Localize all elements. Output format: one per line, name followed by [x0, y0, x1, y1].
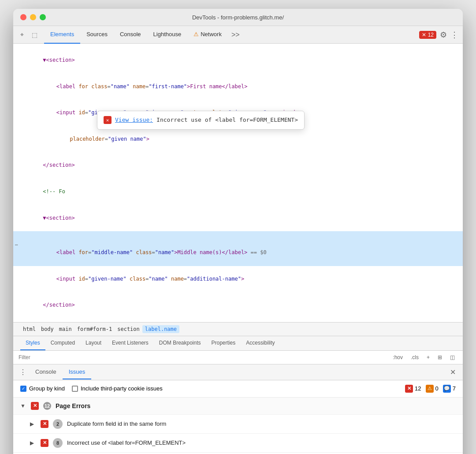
view-issue-link[interactable]: View issue:: [115, 116, 153, 125]
dom-attr-name: class: [130, 276, 145, 282]
issue-label-for[interactable]: ▶ ✕ 8 Incorrect use of <label for=FORM_E…: [13, 433, 463, 452]
tab-layout[interactable]: Layout: [80, 336, 107, 350]
third-party-label: Include third-party cookie issues: [81, 385, 163, 392]
info-count: 💬 7: [443, 385, 456, 393]
tab-event-listeners[interactable]: Event Listeners: [107, 336, 154, 350]
third-party-checkbox-label[interactable]: Include third-party cookie issues: [72, 385, 163, 392]
breadcrumb-form[interactable]: form#form-1: [74, 325, 115, 333]
error-count-badge: ✕ 12: [419, 31, 436, 39]
tab-properties[interactable]: Properties: [206, 336, 241, 350]
page-errors-header[interactable]: ▼ ✕ 12 Page Errors: [13, 398, 463, 414]
warning-icon-badge: ⚠: [426, 385, 434, 393]
dom-comment: <!-- Fo: [43, 188, 65, 195]
dom-attr-name: class: [91, 83, 107, 90]
tab-network[interactable]: ⚠ Network: [187, 26, 228, 44]
page-errors-icon: ✕: [31, 402, 39, 410]
third-party-checkbox[interactable]: [72, 386, 78, 392]
maximize-traffic-light[interactable]: [40, 14, 46, 20]
bottom-tab-menu-button[interactable]: ⋮: [17, 364, 29, 380]
tab-dom-breakpoints[interactable]: DOM Breakpoints: [154, 336, 206, 350]
issues-counts: ✕ 12 ⚠ 0 💬 7: [405, 385, 456, 393]
info-count-num: 7: [453, 385, 456, 392]
hov-button[interactable]: :hov: [390, 353, 405, 361]
dom-line-1[interactable]: ▼<section>: [13, 47, 463, 74]
tab-bar-right: ✕ 12 ⚙ ⋮: [419, 30, 458, 40]
issue-error-icon-1: ✕: [41, 420, 48, 428]
dom-eq: =: [85, 109, 88, 116]
more-tabs-button[interactable]: >>: [228, 31, 243, 39]
filter-buttons: :hov .cls + ⊞ ◫: [390, 353, 457, 361]
dom-attr-name: name: [171, 276, 184, 282]
add-style-button[interactable]: +: [424, 353, 432, 361]
breadcrumb-main[interactable]: main: [56, 325, 74, 333]
devtools-tab-bar: ⌖ ⬚ Elements Sources Console Lighthouse …: [13, 26, 463, 44]
inspect-button[interactable]: ⊞: [435, 353, 445, 361]
dom-tag: >: [241, 276, 244, 282]
group-by-kind-checkbox-label[interactable]: ✓ Group by kind: [20, 385, 65, 392]
dom-line-6[interactable]: <!-- Fo: [13, 179, 463, 205]
dom-line-5[interactable]: </section>: [13, 152, 463, 179]
dom-attr-name: id: [78, 276, 85, 282]
warning-count-num: 0: [435, 385, 439, 392]
issue-duplicate-id[interactable]: ▶ ✕ 2 Duplicate form field id in the sam…: [13, 414, 463, 433]
tab-console-bottom[interactable]: Console: [29, 365, 63, 379]
dom-line-selected[interactable]: … <label for="middle-name" class="name">…: [13, 231, 463, 266]
dom-attr-name: class: [136, 249, 152, 255]
issues-toolbar: ✓ Group by kind Include third-party cook…: [13, 380, 463, 398]
dom-dots: …: [15, 240, 18, 248]
tab-computed[interactable]: Computed: [45, 336, 80, 350]
cursor-icon[interactable]: ⌖: [18, 30, 26, 39]
page-errors-count-badge: 12: [43, 402, 51, 410]
tab-console[interactable]: Console: [114, 26, 147, 44]
tab-issues[interactable]: Issues: [63, 365, 92, 379]
info-icon-badge: 💬: [443, 385, 451, 393]
breadcrumb-html[interactable]: html: [20, 325, 38, 333]
dom-attr-value: "name": [155, 249, 174, 255]
dom-attr-value: "first-name": [149, 83, 187, 90]
dom-line-9[interactable]: </section>: [13, 292, 463, 319]
dom-eq: =: [105, 136, 108, 142]
issue-count-2: 8: [53, 438, 63, 448]
dom-attr-name: name: [133, 83, 145, 90]
close-bottom-panel-button[interactable]: ✕: [446, 365, 459, 379]
more-options-button[interactable]: ⋮: [450, 30, 458, 40]
group-by-kind-checkbox[interactable]: ✓: [20, 386, 26, 392]
tab-sources[interactable]: Sources: [80, 26, 114, 44]
breadcrumb-label[interactable]: label.name: [142, 325, 179, 333]
dom-line-2[interactable]: <label for class="name" name="first-name…: [13, 74, 463, 100]
tab-lighthouse[interactable]: Lighthouse: [147, 26, 188, 44]
dom-line-8[interactable]: <input id="given-name" class="name" name…: [13, 266, 463, 293]
dom-tag: <input: [56, 276, 79, 282]
tab-accessibility[interactable]: Accessibility: [241, 336, 280, 350]
dom-eq: =: [152, 249, 155, 255]
dom-line-7[interactable]: ▼<section>: [13, 205, 463, 231]
error-count-num: 12: [415, 385, 421, 392]
dom-line-4[interactable]: placeholder="given name">: [13, 126, 463, 153]
window-title: DevTools - form-problems.glitch.me/: [192, 14, 284, 21]
breadcrumb: html body main form#form-1 section label…: [13, 323, 463, 336]
tooltip-message: Incorrect use of <label for=FORM_ELEMENT…: [156, 116, 298, 125]
styles-tab-bar: Styles Computed Layout Event Listeners D…: [13, 336, 463, 351]
issue-error-icon-2: ✕: [41, 439, 48, 447]
inspector-icon[interactable]: ⬚: [30, 30, 39, 39]
styles-filter-bar: :hov .cls + ⊞ ◫: [13, 351, 463, 364]
issue-autocomplete[interactable]: ▶ ✕ 2 Incorrect use of autocomplete attr…: [13, 452, 463, 454]
dom-tag: </section>: [43, 162, 74, 168]
tab-styles[interactable]: Styles: [20, 336, 45, 350]
computed-button[interactable]: ◫: [447, 353, 457, 361]
breadcrumb-section[interactable]: section: [115, 325, 142, 333]
tab-elements[interactable]: Elements: [44, 26, 80, 44]
dom-attr-value: "given-name": [88, 276, 126, 282]
group-by-kind-label: Group by kind: [29, 385, 65, 392]
cls-button[interactable]: .cls: [408, 353, 421, 361]
minimize-traffic-light[interactable]: [30, 14, 36, 20]
dom-eq: =: [184, 276, 187, 282]
dom-selected-indicator: == $0: [247, 249, 266, 255]
breadcrumb-body[interactable]: body: [38, 325, 56, 333]
close-traffic-light[interactable]: [20, 14, 26, 20]
settings-button[interactable]: ⚙: [440, 30, 447, 40]
dom-attr-name: id: [78, 109, 85, 116]
bottom-panel: ⋮ Console Issues ✕ ✓ Group by kind Inclu…: [13, 364, 463, 454]
filter-input[interactable]: [19, 354, 390, 360]
warning-count: ⚠ 0: [426, 385, 439, 393]
